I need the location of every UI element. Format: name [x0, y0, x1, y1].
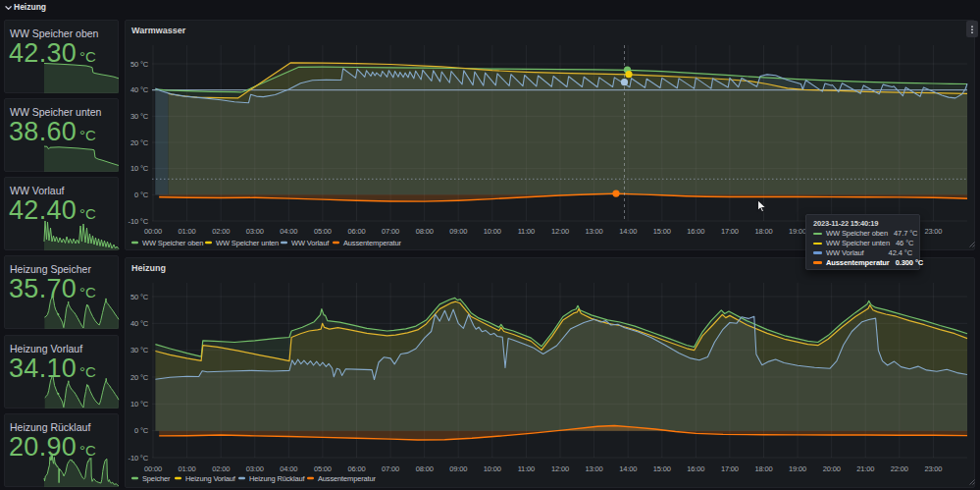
svg-text:30 °C: 30 °C — [130, 346, 149, 354]
svg-text:03:00: 03:00 — [246, 227, 264, 236]
svg-text:12:00: 12:00 — [551, 464, 569, 473]
svg-text:08:00: 08:00 — [416, 464, 434, 473]
svg-text:18:00: 18:00 — [754, 227, 772, 236]
svg-text:01:00: 01:00 — [179, 464, 196, 473]
svg-text:WW Vorlauf: WW Vorlauf — [291, 239, 330, 247]
svg-text:10:00: 10:00 — [484, 464, 501, 473]
svg-text:10 °C: 10 °C — [130, 164, 149, 173]
svg-text:10 °C: 10 °C — [130, 400, 149, 408]
svg-text:06:00: 06:00 — [347, 464, 365, 473]
svg-text:00:00: 00:00 — [144, 227, 162, 236]
svg-text:50 °C: 50 °C — [130, 293, 149, 301]
svg-text:40 °C: 40 °C — [130, 85, 149, 94]
svg-text:06:00: 06:00 — [347, 227, 365, 236]
svg-text:0 °C: 0 °C — [134, 426, 149, 435]
svg-text:20:00: 20:00 — [823, 464, 841, 473]
svg-text:-10 °C: -10 °C — [129, 217, 149, 226]
svg-text:11:00: 11:00 — [518, 227, 535, 236]
svg-text:14:00: 14:00 — [619, 464, 637, 473]
svg-text:21:00: 21:00 — [856, 464, 874, 473]
svg-text:15:00: 15:00 — [653, 227, 671, 236]
svg-text:16:00: 16:00 — [687, 464, 704, 473]
svg-text:30 °C: 30 °C — [130, 112, 149, 121]
svg-text:02:00: 02:00 — [212, 464, 230, 473]
svg-text:01:00: 01:00 — [179, 227, 196, 236]
svg-text:17:00: 17:00 — [721, 227, 739, 236]
svg-text:07:00: 07:00 — [382, 227, 399, 236]
svg-text:05:00: 05:00 — [314, 464, 332, 473]
svg-text:0 °C: 0 °C — [134, 191, 149, 199]
svg-text:50 °C: 50 °C — [130, 60, 149, 69]
svg-text:00:00: 00:00 — [144, 464, 162, 473]
svg-text:17:00: 17:00 — [721, 464, 739, 473]
svg-text:04:00: 04:00 — [280, 227, 297, 236]
svg-text:13:00: 13:00 — [586, 227, 603, 236]
svg-text:02:00: 02:00 — [212, 227, 230, 236]
svg-text:20 °C: 20 °C — [130, 373, 149, 382]
svg-text:14:00: 14:00 — [619, 227, 637, 236]
svg-text:Heizung Rücklauf: Heizung Rücklauf — [249, 474, 305, 483]
svg-text:19:00: 19:00 — [789, 227, 806, 236]
svg-text:09:00: 09:00 — [449, 464, 467, 473]
svg-text:Aussentemperatur: Aussentemperatur — [343, 239, 402, 247]
svg-text:16:00: 16:00 — [687, 227, 704, 236]
svg-text:Heizung Vorlauf: Heizung Vorlauf — [185, 474, 236, 483]
svg-text:23:00: 23:00 — [924, 227, 942, 236]
svg-text:04:00: 04:00 — [280, 464, 297, 473]
svg-text:40 °C: 40 °C — [130, 319, 149, 328]
svg-text:03:00: 03:00 — [246, 464, 264, 473]
svg-text:05:00: 05:00 — [314, 227, 332, 236]
svg-text:WW Speicher unten: WW Speicher unten — [216, 239, 279, 247]
svg-text:10:00: 10:00 — [484, 227, 501, 236]
svg-text:13:00: 13:00 — [586, 464, 603, 473]
svg-text:09:00: 09:00 — [449, 227, 467, 236]
svg-text:-10 °C: -10 °C — [129, 454, 149, 463]
svg-text:11:00: 11:00 — [518, 464, 535, 473]
svg-text:18:00: 18:00 — [754, 464, 772, 473]
svg-text:12:00: 12:00 — [551, 227, 569, 236]
svg-text:20 °C: 20 °C — [130, 138, 149, 147]
svg-text:19:00: 19:00 — [789, 464, 806, 473]
svg-text:Aussentemperatur: Aussentemperatur — [318, 474, 377, 483]
svg-text:07:00: 07:00 — [382, 464, 399, 473]
svg-text:WW Speicher oben: WW Speicher oben — [142, 239, 203, 247]
svg-text:22:00: 22:00 — [891, 464, 908, 473]
svg-text:23:00: 23:00 — [924, 464, 942, 473]
svg-text:15:00: 15:00 — [653, 464, 671, 473]
svg-text:Speicher: Speicher — [142, 474, 171, 483]
svg-text:08:00: 08:00 — [416, 227, 434, 236]
